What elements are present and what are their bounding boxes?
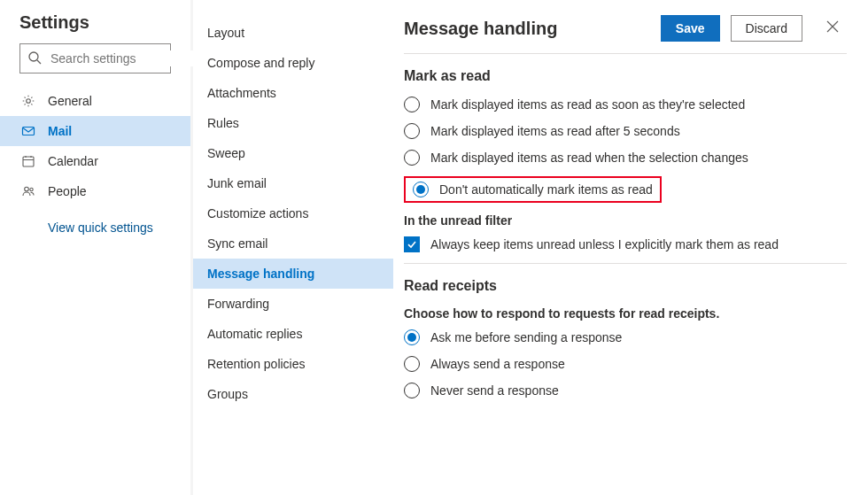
radio-icon (404, 150, 420, 166)
mid-item-forwarding[interactable]: Forwarding (193, 289, 393, 319)
divider (404, 263, 847, 264)
calendar-icon (19, 154, 37, 168)
detail-actions: Save Discard (661, 14, 847, 43)
svg-line-1 (37, 60, 41, 64)
detail-header: Message handling Save Discard (404, 14, 847, 43)
mid-item-message-handling[interactable]: Message handling (193, 259, 393, 289)
mark-read-option-highlight: Don't automatically mark items as read (404, 176, 662, 203)
search-icon (27, 50, 42, 67)
option-label: Ask me before sending a response (430, 330, 622, 344)
svg-point-5 (25, 187, 29, 191)
mid-item-layout[interactable]: Layout (193, 18, 393, 48)
mark-read-option-dont-auto[interactable]: Don't automatically mark items as read (413, 182, 653, 197)
nav-item-label: People (48, 184, 87, 198)
mark-read-option-delay[interactable]: Mark displayed items as read after 5 sec… (404, 123, 847, 139)
option-label: Don't automatically mark items as read (439, 182, 653, 197)
mid-item-sweep[interactable]: Sweep (193, 138, 393, 168)
nav-item-label: Calendar (48, 154, 98, 168)
mark-read-option-selection-change[interactable]: Mark displayed items as read when the se… (404, 150, 847, 166)
read-receipts-option-ask[interactable]: Ask me before sending a response (404, 329, 847, 345)
gear-icon (19, 94, 37, 108)
close-icon (826, 20, 839, 36)
nav-item-people[interactable]: People (0, 176, 190, 206)
radio-icon (404, 356, 420, 372)
settings-search[interactable] (19, 43, 171, 73)
section-mark-as-read-title: Mark as read (404, 68, 847, 84)
mid-item-label: Layout (207, 26, 244, 40)
discard-button[interactable]: Discard (731, 15, 802, 42)
mid-item-attachments[interactable]: Attachments (193, 78, 393, 108)
nav-item-label: General (48, 94, 92, 108)
unread-filter-title: In the unread filter (404, 213, 847, 228)
svg-point-2 (27, 99, 31, 104)
mid-item-retention-policies[interactable]: Retention policies (193, 349, 393, 379)
option-label: Mark displayed items as read as soon as … (430, 97, 745, 112)
option-label: Always send a response (430, 357, 565, 371)
read-receipts-option-always[interactable]: Always send a response (404, 356, 847, 372)
read-receipts-subtitle: Choose how to respond to requests for re… (404, 306, 847, 321)
mark-read-option-selected[interactable]: Mark displayed items as read as soon as … (404, 97, 847, 112)
settings-detail-pane: Message handling Save Discard Mark as re… (393, 0, 868, 495)
mid-item-label: Automatic replies (207, 327, 302, 341)
radio-icon (413, 182, 429, 197)
read-receipts-option-never[interactable]: Never send a response (404, 383, 847, 398)
mid-item-label: Retention policies (207, 357, 306, 371)
mid-item-automatic-replies[interactable]: Automatic replies (193, 319, 393, 349)
mid-item-label: Customize actions (207, 206, 308, 220)
mid-item-label: Forwarding (207, 297, 269, 311)
settings-search-input[interactable] (49, 50, 207, 66)
nav-item-calendar[interactable]: Calendar (0, 146, 190, 176)
mid-item-junk-email[interactable]: Junk email (193, 168, 393, 198)
nav-item-label: Mail (48, 124, 72, 138)
option-label: Never send a response (430, 383, 559, 398)
checkbox-checked-icon (404, 236, 420, 252)
view-quick-settings-link[interactable]: View quick settings (0, 206, 190, 235)
radio-icon (404, 329, 420, 345)
people-icon (19, 184, 37, 198)
save-button[interactable]: Save (661, 15, 720, 42)
option-label: Mark displayed items as read when the se… (430, 151, 748, 165)
detail-title: Message handling (404, 19, 557, 39)
settings-title: Settings (0, 12, 190, 43)
divider (404, 53, 847, 54)
settings-dialog: Settings General Mail Calendar (0, 0, 868, 495)
mid-item-label: Junk email (207, 176, 267, 190)
mid-item-customize-actions[interactable]: Customize actions (193, 198, 393, 228)
nav-item-general[interactable]: General (0, 86, 190, 116)
mid-item-groups[interactable]: Groups (193, 379, 393, 409)
radio-icon (404, 383, 420, 398)
mid-item-label: Sync email (207, 236, 267, 251)
nav-item-mail[interactable]: Mail (0, 116, 190, 146)
mid-item-label: Attachments (207, 86, 276, 100)
svg-point-6 (30, 188, 33, 190)
mid-item-label: Groups (207, 387, 248, 401)
mid-item-label: Message handling (207, 267, 314, 281)
settings-subcategory-panel: Layout Compose and reply Attachments Rul… (193, 0, 393, 495)
mid-item-label: Rules (207, 116, 239, 130)
section-read-receipts-title: Read receipts (404, 278, 847, 294)
option-label: Mark displayed items as read after 5 sec… (430, 124, 680, 138)
svg-rect-4 (23, 157, 34, 166)
mid-item-rules[interactable]: Rules (193, 108, 393, 138)
mid-item-label: Compose and reply (207, 56, 314, 70)
radio-icon (404, 97, 420, 112)
settings-left-panel: Settings General Mail Calendar (0, 0, 193, 495)
mail-icon (19, 124, 37, 138)
option-label: Always keep items unread unless I explic… (430, 237, 779, 251)
mid-item-compose-reply[interactable]: Compose and reply (193, 48, 393, 78)
radio-icon (404, 123, 420, 139)
svg-point-0 (29, 52, 38, 61)
close-button[interactable] (818, 14, 847, 43)
mid-item-sync-email[interactable]: Sync email (193, 228, 393, 259)
mid-item-label: Sweep (207, 146, 245, 160)
unread-filter-option[interactable]: Always keep items unread unless I explic… (404, 236, 847, 252)
